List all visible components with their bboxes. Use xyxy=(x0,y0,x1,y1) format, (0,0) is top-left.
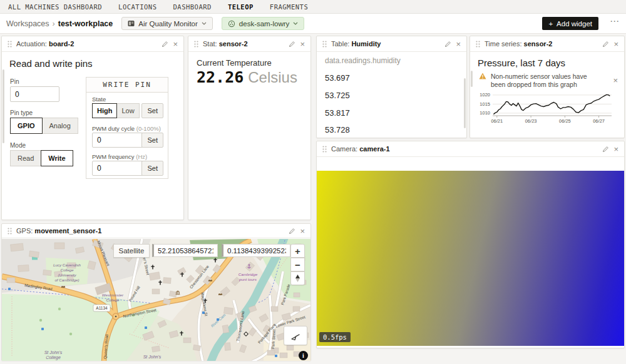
pin-type-toggle: GPIO Analog xyxy=(10,118,78,134)
x-tick-label: 06/23 xyxy=(525,118,537,124)
fps-badge: 0.5fps xyxy=(319,332,351,342)
close-icon[interactable]: × xyxy=(300,40,305,48)
workspace-icon xyxy=(128,20,135,27)
drag-handle-icon[interactable] xyxy=(322,146,327,153)
nav-item-dashboard[interactable]: DASHBOARD xyxy=(165,3,219,11)
close-icon[interactable]: × xyxy=(173,40,178,48)
workspace-select-label: Air Quality Monitor xyxy=(138,20,198,28)
top-nav: ALL MACHINES DASHBOARD LOCATIONS DASHBOA… xyxy=(0,0,626,14)
stat-body: Current Temperature 22.26 Celsius xyxy=(188,52,310,220)
edit-pencil-icon[interactable] xyxy=(444,41,451,48)
machine-select-label: desk-sam-lowry xyxy=(239,20,290,28)
nav-item-all-machines-dashboard[interactable]: ALL MACHINES DASHBOARD xyxy=(0,3,110,11)
stat-label: Current Temperature xyxy=(197,58,272,68)
mode-toggle: Read Write xyxy=(10,150,73,166)
pressure-line-chart: 1010 1015 1020 06/21 06/23 06/25 06/27 xyxy=(475,89,620,126)
widget-header: Stat: sensor-2 × xyxy=(188,36,310,52)
breadcrumb-root[interactable]: Workspaces xyxy=(6,19,49,28)
edit-pencil-icon[interactable] xyxy=(289,41,295,48)
nav-item-fragments[interactable]: FRAGMENTS xyxy=(262,3,316,11)
mode-write-button[interactable]: Write xyxy=(41,150,73,166)
pwm-duty-input[interactable] xyxy=(92,133,143,148)
state-high-button[interactable]: High xyxy=(92,103,117,118)
breadcrumb-current[interactable]: test-workplace xyxy=(58,19,113,28)
widget-camera: Camera: camera-1 × 0.5fps xyxy=(316,141,625,348)
add-widget-button[interactable]: + Add widget xyxy=(542,17,598,30)
scrollbar-thumb[interactable] xyxy=(464,78,466,128)
chevron-down-icon xyxy=(293,22,298,25)
drag-handle-icon[interactable] xyxy=(476,41,480,48)
map-compass-button[interactable] xyxy=(290,271,305,285)
mode-read-button[interactable]: Read xyxy=(10,150,41,166)
close-icon[interactable]: × xyxy=(613,145,618,153)
widget-header: Actuation: board-2 × xyxy=(2,36,183,52)
warning-dismiss-icon[interactable]: × xyxy=(613,76,618,85)
y-tick-label: 1010 xyxy=(480,110,490,116)
table-row: 53.728 xyxy=(325,125,350,134)
longitude-input[interactable] xyxy=(222,244,290,257)
close-icon[interactable]: × xyxy=(613,40,618,48)
table-column-header: data.readings.humidity xyxy=(325,56,401,65)
widget-actuation: Actuation: board-2 × Read and write pins… xyxy=(1,36,184,220)
drag-handle-icon[interactable] xyxy=(8,41,12,48)
widget-timeseries: Time series: sensor-2 × Pressure, last 7… xyxy=(470,36,625,138)
more-menu-button[interactable]: ⋯ xyxy=(610,16,620,27)
satellite-toggle-button[interactable]: Satellite xyxy=(113,244,150,258)
breadcrumb: Workspaces › test-workplace xyxy=(6,19,113,28)
state-set-button[interactable]: Set xyxy=(141,103,163,118)
pin-input[interactable] xyxy=(10,86,59,102)
pwm-duty-set-button[interactable]: Set xyxy=(141,133,163,148)
pin-type-analog-button[interactable]: Analog xyxy=(42,118,78,134)
map-locate-button[interactable] xyxy=(284,326,307,345)
pwm-freq-set-button[interactable]: Set xyxy=(141,161,163,176)
svg-text:St John's: St John's xyxy=(143,355,162,359)
actuation-body: Read and write pins Pin Pin type GPIO An… xyxy=(2,52,183,220)
stat-value: 22.26 xyxy=(197,68,244,86)
machine-select[interactable]: desk-sam-lowry xyxy=(222,17,305,30)
stat-unit: Celsius xyxy=(248,69,297,86)
navigation-arrow-icon xyxy=(290,331,300,341)
x-tick-label: 06/27 xyxy=(593,118,605,124)
close-icon[interactable]: × xyxy=(300,227,305,235)
widget-header: Time series: sensor-2 × xyxy=(470,36,624,52)
drag-handle-icon[interactable] xyxy=(322,41,327,48)
edit-pencil-icon[interactable] xyxy=(289,228,295,235)
latitude-input[interactable] xyxy=(152,244,218,257)
workspace-select[interactable]: Air Quality Monitor xyxy=(121,17,213,30)
drag-handle-icon[interactable] xyxy=(8,228,12,235)
teleop-app: ALL MACHINES DASHBOARD LOCATIONS DASHBOA… xyxy=(0,0,626,364)
edit-pencil-icon[interactable] xyxy=(602,41,609,48)
drag-handle-icon[interactable] xyxy=(194,41,198,48)
state-low-button[interactable]: Low xyxy=(116,103,139,118)
mode-label: Mode xyxy=(10,142,26,149)
breadcrumb-separator: › xyxy=(53,19,55,28)
edit-pencil-icon[interactable] xyxy=(162,41,168,48)
add-widget-label: Add widget xyxy=(557,20,592,28)
compass-needle-icon xyxy=(295,275,300,282)
gps-map[interactable]: A1134 Madingley Road Mount Pleasant Nort… xyxy=(2,239,310,361)
close-icon[interactable]: × xyxy=(456,40,461,48)
table-row: 53.817 xyxy=(325,108,350,118)
pwm-freq-input[interactable] xyxy=(92,161,143,176)
map-zoom-out-button[interactable]: − xyxy=(290,258,305,271)
write-pin-title: WRITE PIN xyxy=(86,78,168,93)
warning-text: Non-numeric sensor values have been drop… xyxy=(491,73,602,89)
pin-type-label: Pin type xyxy=(10,109,33,116)
x-tick-label: 06/25 xyxy=(559,118,571,124)
timeseries-body: Pressure, last 7 days Non-numeric sensor… xyxy=(470,52,624,138)
y-tick-label: 1015 xyxy=(480,101,490,107)
map-zoom-in-button[interactable]: + xyxy=(290,244,305,258)
pressure-series-line xyxy=(493,94,610,114)
toolbar: Workspaces › test-workplace Air Quality … xyxy=(0,14,626,34)
map-info-icon[interactable]: i xyxy=(299,351,308,360)
nav-item-teleop[interactable]: TELEOP xyxy=(220,3,262,11)
scrollbar-thumb[interactable] xyxy=(471,71,473,87)
widget-title: Stat: sensor-2 xyxy=(203,40,248,48)
pin-type-gpio-button[interactable]: GPIO xyxy=(10,118,43,134)
widget-title: GPS: movement_sensor-1 xyxy=(16,227,101,235)
nav-item-locations[interactable]: LOCATIONS xyxy=(110,3,165,11)
warning-banner: Non-numeric sensor values have been drop… xyxy=(479,73,610,89)
widget-header: GPS: movement_sensor-1 × xyxy=(2,224,310,238)
scrollbar-thumb[interactable] xyxy=(3,69,4,143)
edit-pencil-icon[interactable] xyxy=(602,146,609,153)
